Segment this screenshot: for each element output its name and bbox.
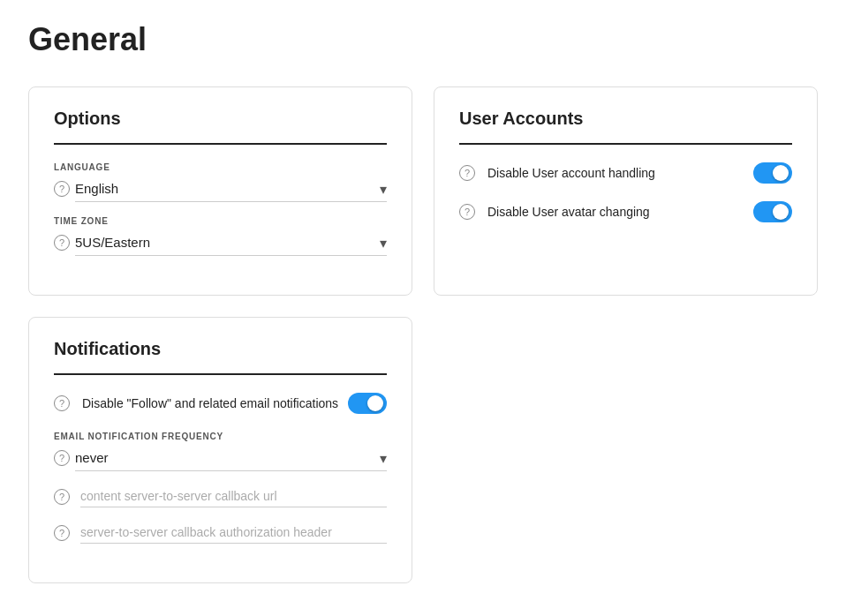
email-frequency-label: EMAIL NOTIFICATION FREQUENCY: [54, 432, 387, 441]
disable-follow-help-icon[interactable]: ?: [54, 395, 70, 411]
disable-account-label: Disable User account handling: [487, 166, 655, 180]
disable-avatar-left: ? Disable User avatar changing: [459, 204, 650, 220]
timezone-help-icon[interactable]: ?: [54, 235, 70, 251]
user-accounts-card: User Accounts ? Disable User account han…: [434, 86, 818, 296]
page-title: General: [28, 21, 818, 58]
options-divider: [54, 143, 387, 145]
email-frequency-select-row: ? never daily weekly monthly ▾: [54, 445, 387, 471]
language-label: LANGUAGE: [54, 162, 387, 172]
bottom-right-empty: [434, 317, 818, 583]
notifications-divider: [54, 373, 387, 375]
callback-auth-help-icon[interactable]: ?: [54, 525, 70, 541]
disable-avatar-slider: [753, 201, 792, 222]
disable-account-toggle[interactable]: [753, 162, 792, 184]
disable-account-row: ? Disable User account handling: [459, 162, 792, 184]
disable-account-help-icon[interactable]: ?: [459, 165, 475, 181]
disable-avatar-toggle[interactable]: [753, 201, 792, 222]
language-select-row: ? English French German Spanish Japanese…: [54, 176, 387, 202]
disable-follow-left: ? Disable "Follow" and related email not…: [54, 395, 338, 411]
disable-avatar-label: Disable User avatar changing: [487, 205, 650, 219]
timezone-select[interactable]: 5US/Eastern US/Pacific US/Central UTC Eu…: [75, 229, 387, 256]
timezone-label: TIME ZONE: [54, 216, 387, 226]
options-card-title: Options: [54, 109, 387, 129]
disable-follow-toggle[interactable]: [348, 393, 387, 414]
callback-url-help-icon[interactable]: ?: [54, 489, 70, 505]
disable-avatar-row: ? Disable User avatar changing: [459, 201, 792, 222]
user-accounts-card-title: User Accounts: [459, 109, 792, 129]
main-grid: Options LANGUAGE ? English French German…: [28, 86, 818, 296]
options-card: Options LANGUAGE ? English French German…: [28, 86, 412, 296]
timezone-field-group: TIME ZONE ? 5US/Eastern US/Pacific US/Ce…: [54, 216, 387, 256]
notifications-card-title: Notifications: [54, 339, 387, 359]
email-frequency-field-group: EMAIL NOTIFICATION FREQUENCY ? never dai…: [54, 432, 387, 471]
callback-url-input[interactable]: [80, 485, 387, 507]
disable-follow-label: Disable "Follow" and related email notif…: [82, 396, 338, 410]
callback-url-row: ?: [54, 485, 387, 507]
disable-avatar-help-icon[interactable]: ?: [459, 204, 475, 220]
language-field-group: LANGUAGE ? English French German Spanish…: [54, 162, 387, 202]
disable-follow-row: ? Disable "Follow" and related email not…: [54, 393, 387, 414]
language-help-icon[interactable]: ?: [54, 181, 70, 197]
notifications-card: Notifications ? Disable "Follow" and rel…: [28, 317, 412, 583]
email-frequency-select[interactable]: never daily weekly monthly: [75, 445, 387, 471]
disable-account-slider: [753, 162, 792, 184]
disable-follow-slider: [348, 393, 387, 414]
email-frequency-help-icon[interactable]: ?: [54, 450, 70, 466]
callback-auth-input[interactable]: [80, 522, 387, 544]
disable-account-left: ? Disable User account handling: [459, 165, 655, 181]
timezone-select-row: ? 5US/Eastern US/Pacific US/Central UTC …: [54, 229, 387, 256]
callback-auth-row: ?: [54, 522, 387, 544]
language-select[interactable]: English French German Spanish Japanese: [75, 176, 387, 202]
user-accounts-divider: [459, 143, 792, 145]
